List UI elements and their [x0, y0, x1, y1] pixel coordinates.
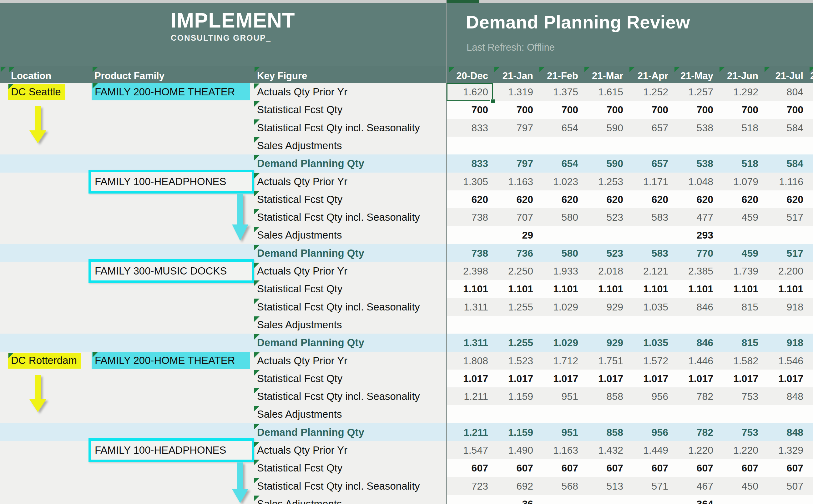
value-cell[interactable]: 929 [583, 301, 623, 313]
value-cell[interactable]: 538 [673, 122, 713, 134]
value-cell[interactable]: 1.101 [763, 283, 803, 295]
value-cell[interactable]: 607 [673, 462, 713, 474]
value-cell[interactable]: 956 [628, 391, 668, 402]
value-cell[interactable]: 700 [673, 104, 713, 116]
value-cell[interactable]: 1.255 [492, 301, 533, 313]
key-figure-cell[interactable]: Actuals Qty Prior Yr [257, 355, 347, 367]
key-figure-cell[interactable]: Sales Adjustments [257, 319, 342, 331]
value-cell[interactable]: 1.751 [583, 355, 623, 366]
key-figure-cell[interactable]: Sales Adjustments [257, 229, 342, 241]
product-family-cell-box[interactable]: FAMILY 100-HEADPHONES [88, 438, 254, 462]
value-cell[interactable]: 1.808 [447, 355, 488, 366]
value-cell[interactable]: 538 [673, 158, 713, 169]
value-cell[interactable]: 1.220 [673, 445, 713, 456]
product-family-cell-fill[interactable]: FAMILY 200-HOME THEATER [92, 352, 250, 369]
product-family-cell-box[interactable]: FAMILY 100-HEADPHONES [88, 170, 254, 194]
value-cell[interactable]: 1.253 [583, 176, 623, 187]
value-cell[interactable]: 657 [628, 158, 668, 169]
key-figure-cell[interactable]: Statistical Fcst Qty [257, 194, 342, 205]
value-cell[interactable]: 1.101 [718, 283, 758, 295]
value-cell[interactable]: 523 [583, 212, 623, 223]
value-cell[interactable]: 607 [492, 462, 533, 474]
value-cell[interactable]: 657 [628, 122, 668, 134]
value-cell[interactable]: 517 [763, 247, 803, 259]
column-header-product-family[interactable]: Product Family [94, 70, 164, 82]
key-figure-cell[interactable]: Statistical Fcst Qty [257, 104, 342, 116]
value-cell[interactable]: 467 [673, 480, 713, 492]
value-cell[interactable]: 753 [718, 426, 758, 438]
value-cell[interactable]: 1.029 [538, 301, 578, 313]
value-cell[interactable]: 1.101 [538, 283, 578, 295]
value-cell[interactable]: 620 [628, 194, 668, 205]
value-cell[interactable]: 700 [763, 104, 803, 116]
value-cell[interactable]: 571 [628, 480, 668, 492]
value-cell[interactable]: 29 [492, 229, 533, 241]
value-cell[interactable]: 590 [583, 158, 623, 169]
value-cell[interactable]: 782 [673, 426, 713, 438]
value-cell[interactable]: 523 [583, 247, 623, 259]
value-cell[interactable]: 1.048 [673, 176, 713, 187]
value-cell[interactable]: 848 [763, 391, 803, 402]
selected-cell-outline[interactable] [447, 83, 493, 101]
value-cell[interactable]: 700 [492, 104, 533, 116]
value-cell[interactable]: 918 [763, 301, 803, 313]
value-cell[interactable]: 364 [673, 498, 713, 504]
key-figure-cell[interactable]: Statistical Fcst Qty [257, 462, 342, 474]
value-cell[interactable]: 1.079 [718, 176, 758, 187]
value-cell[interactable]: 1.159 [492, 391, 533, 402]
value-cell[interactable]: 2.385 [673, 265, 713, 277]
value-cell[interactable]: 607 [763, 462, 803, 474]
value-cell[interactable]: 1.547 [447, 445, 488, 456]
value-cell[interactable]: 1.319 [492, 86, 533, 98]
key-figure-cell[interactable]: Sales Adjustments [257, 408, 342, 420]
value-cell[interactable]: 654 [538, 122, 578, 134]
value-cell[interactable]: 1.739 [718, 265, 758, 277]
value-cell[interactable]: 568 [538, 480, 578, 492]
value-cell[interactable]: 36 [492, 498, 533, 504]
value-cell[interactable]: 700 [447, 104, 488, 116]
value-cell[interactable]: 1.546 [763, 355, 803, 366]
value-cell[interactable]: 736 [492, 247, 533, 259]
value-cell[interactable]: 584 [763, 158, 803, 169]
value-cell[interactable]: 858 [583, 426, 623, 438]
value-cell[interactable]: 738 [447, 247, 488, 259]
value-cell[interactable]: 507 [763, 480, 803, 492]
value-cell[interactable]: 951 [538, 391, 578, 402]
product-family-cell-fill[interactable]: FAMILY 200-HOME THEATER [92, 83, 250, 100]
value-cell[interactable]: 918 [763, 337, 803, 349]
value-cell[interactable]: 929 [583, 337, 623, 349]
key-figure-cell[interactable]: Demand Planning Qty [257, 426, 364, 438]
value-cell[interactable]: 459 [718, 212, 758, 223]
value-cell[interactable]: 1.252 [628, 86, 668, 98]
value-cell[interactable]: 2.398 [447, 265, 488, 277]
key-figure-cell[interactable]: Statistical Fcst Qty incl. Seasonality [257, 391, 420, 402]
value-cell[interactable]: 723 [447, 480, 488, 492]
value-cell[interactable]: 1.017 [583, 373, 623, 384]
value-cell[interactable]: 607 [583, 462, 623, 474]
value-cell[interactable]: 1.329 [763, 445, 803, 456]
value-cell[interactable]: 513 [583, 480, 623, 492]
value-cell[interactable]: 607 [447, 462, 488, 474]
value-cell[interactable]: 833 [447, 158, 488, 169]
value-cell[interactable]: 1.257 [673, 86, 713, 98]
key-figure-cell[interactable]: Statistical Fcst Qty incl. Seasonality [257, 122, 420, 134]
value-cell[interactable]: 607 [538, 462, 578, 474]
key-figure-cell[interactable]: Sales Adjustments [257, 498, 342, 504]
value-cell[interactable]: 2.200 [763, 265, 803, 277]
key-figure-cell[interactable]: Actuals Qty Prior Yr [257, 265, 347, 277]
key-figure-cell[interactable]: Statistical Fcst Qty [257, 283, 342, 295]
value-cell[interactable]: 1.615 [583, 86, 623, 98]
column-header-key-figure[interactable]: Key Figure [257, 70, 307, 82]
value-cell[interactable]: 700 [718, 104, 758, 116]
value-cell[interactable]: 1.029 [538, 337, 578, 349]
value-cell[interactable]: 2.121 [628, 265, 668, 277]
value-cell[interactable]: 1.171 [628, 176, 668, 187]
value-cell[interactable]: 1.101 [628, 283, 668, 295]
value-cell[interactable]: 1.211 [447, 391, 488, 402]
value-cell[interactable]: 956 [628, 426, 668, 438]
value-cell[interactable]: 815 [718, 337, 758, 349]
key-figure-cell[interactable]: Statistical Fcst Qty incl. Seasonality [257, 211, 420, 223]
value-cell[interactable]: 620 [492, 194, 533, 205]
value-cell[interactable]: 1.163 [492, 176, 533, 187]
value-cell[interactable]: 951 [538, 426, 578, 438]
